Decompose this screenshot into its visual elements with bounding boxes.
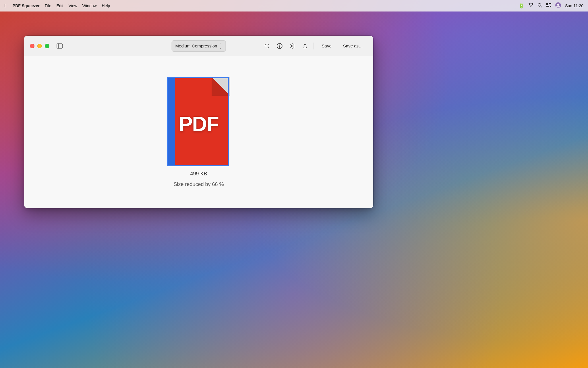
- share-button[interactable]: [300, 41, 310, 51]
- menubar-right: 🔋: [519, 2, 583, 9]
- pdf-text: PDF: [179, 112, 218, 136]
- compression-chevrons: ⌃⌄: [219, 42, 222, 50]
- user-avatar[interactable]: [555, 2, 561, 9]
- settings-button[interactable]: [287, 41, 297, 51]
- svg-point-12: [279, 45, 280, 45]
- toolbar-center: Medium Compression ⌃⌄: [172, 40, 226, 52]
- svg-rect-5: [550, 6, 551, 7]
- sidebar-toggle-button[interactable]: [55, 42, 64, 50]
- control-center-icon[interactable]: [546, 3, 551, 8]
- app-window: Medium Compression ⌃⌄: [24, 36, 373, 208]
- info-button[interactable]: [274, 41, 285, 51]
- menubar-file[interactable]: File: [45, 3, 51, 8]
- svg-line-1: [541, 6, 542, 7]
- pdf-file-icon: PDF: [167, 77, 230, 166]
- window-content: PDF 499 KB Size reduced by 66 %: [24, 56, 373, 208]
- save-as-button[interactable]: Save as…: [339, 41, 368, 50]
- svg-rect-2: [546, 3, 548, 5]
- menubar-app-name[interactable]: PDF Squeezer: [13, 3, 40, 8]
- close-button[interactable]: [30, 44, 34, 48]
- svg-point-13: [291, 45, 293, 47]
- pdf-spine: [167, 77, 175, 166]
- menubar-edit[interactable]: Edit: [57, 3, 63, 8]
- titlebar: Medium Compression ⌃⌄: [24, 36, 373, 56]
- svg-rect-8: [57, 44, 63, 48]
- svg-rect-4: [546, 6, 549, 7]
- revert-button[interactable]: [262, 41, 272, 51]
- file-size-text: 499 KB: [190, 171, 207, 177]
- apple-menu[interactable]: : [5, 3, 6, 8]
- compression-selector[interactable]: Medium Compression ⌃⌄: [172, 40, 226, 52]
- svg-point-7: [557, 4, 559, 6]
- file-reduction-text: Size reduced by 66 %: [173, 181, 224, 187]
- toolbar-right: Save Save as…: [262, 41, 368, 51]
- menubar-left:  PDF Squeezer File Edit View Window Hel…: [5, 3, 110, 8]
- wifi-icon: [528, 3, 533, 8]
- minimize-button[interactable]: [37, 44, 42, 48]
- maximize-button[interactable]: [45, 44, 49, 48]
- menubar-help[interactable]: Help: [102, 3, 110, 8]
- toolbar-separator: [314, 43, 314, 49]
- menubar-clock: Sun 11:20: [565, 3, 583, 8]
- svg-rect-3: [549, 3, 551, 4]
- menubar-window[interactable]: Window: [82, 3, 97, 8]
- menubar-view[interactable]: View: [69, 3, 77, 8]
- pdf-fold: [212, 77, 230, 96]
- menubar:  PDF Squeezer File Edit View Window Hel…: [0, 0, 588, 12]
- traffic-lights: [30, 44, 49, 48]
- save-button[interactable]: Save: [317, 41, 336, 50]
- battery-icon: 🔋: [519, 3, 524, 9]
- compression-label: Medium Compression: [175, 43, 217, 48]
- spotlight-icon[interactable]: [537, 3, 542, 9]
